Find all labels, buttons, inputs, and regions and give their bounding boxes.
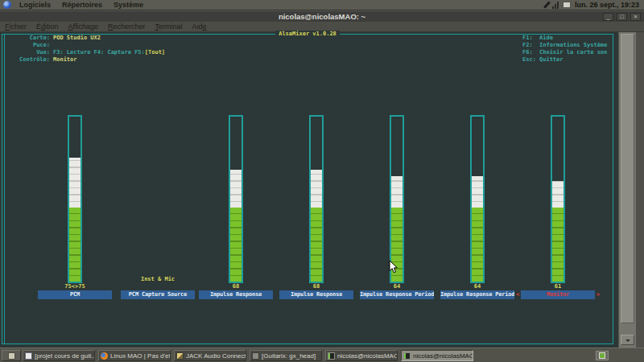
guitarix-icon [252, 352, 259, 360]
terminal-scrollbar[interactable] [618, 32, 636, 348]
card-value: POD Studio UX2 [53, 35, 101, 41]
network-tray-icon[interactable] [563, 2, 571, 8]
mixer-value-pcm-capture-source-1: Inst & Mic [129, 276, 187, 283]
mixer-label-pcm-0[interactable]: PCM [38, 290, 112, 299]
terminal-titlebar[interactable]: nicolas@nicolasMAO: ~ _ □ × [0, 10, 644, 22]
terminal-icon [328, 352, 335, 360]
window-frame [636, 32, 644, 348]
mixer-bar-impulse-response-period-4[interactable] [390, 115, 404, 283]
selected-left-arrow: < [516, 290, 519, 299]
help-text: Aide [539, 35, 553, 41]
signal-strength-icon[interactable] [552, 2, 559, 9]
help-text: Informations Système [539, 42, 607, 48]
mixer-label-impulse-response-period-4[interactable]: Impulse Response Period [360, 290, 434, 299]
desktop-screen: LogicielsRépertoiresSystème lun. 26 sept… [0, 0, 644, 362]
desktop-top-panel: LogicielsRépertoiresSystème lun. 26 sept… [0, 0, 644, 10]
help-line-f2: F2:Informations Système [522, 42, 607, 49]
chip-label: Puce: [0, 42, 50, 49]
bar-fill-white [472, 176, 483, 208]
taskbar-item-label: nicolas@nicolasMAO: ~ [413, 352, 473, 360]
panel-menu-r-pertoires[interactable]: Répertoires [56, 0, 108, 10]
minimize-button[interactable]: _ [603, 13, 613, 21]
view-keys: F3: Lecture F4: Capture F5: [53, 49, 145, 56]
bar-fill-green [311, 208, 322, 282]
control-value: Monitor [53, 56, 77, 63]
taskbar-item-0[interactable]: [projet cours de guit... [23, 350, 95, 361]
control-label: Contrôle: [0, 56, 50, 64]
taskbar: [projet cours de guit...Linux MAO | Pas … [0, 348, 644, 362]
mixer-bar-monitor-6[interactable] [551, 115, 565, 283]
taskbar-tray [596, 351, 609, 360]
close-button[interactable]: × [630, 13, 641, 21]
taskbar-item-label: nicolas@nicolasMAO:... [337, 352, 398, 360]
panel-tray: lun. 26 sept., 19:23 [546, 1, 644, 9]
help-key: F6: [522, 49, 539, 56]
mixer-label-monitor-6[interactable]: Monitor [521, 290, 595, 299]
bar-fill-white [311, 170, 322, 208]
bar-fill-green [472, 208, 483, 282]
help-text: Quitter [539, 56, 564, 63]
pen-tray-icon[interactable] [543, 1, 551, 8]
taskbar-item-3[interactable]: [Guitarix: gx_head] [250, 350, 322, 361]
terminal-menu-aide[interactable]: Aide [187, 22, 211, 32]
terminal-icon [403, 352, 411, 360]
panel-menu-syst-me[interactable]: Système [108, 0, 149, 10]
mixer-label-impulse-response-3[interactable]: Impulse Response [279, 290, 353, 299]
bar-fill-green [69, 208, 80, 282]
terminal-menu-terminal[interactable]: Terminal [150, 22, 187, 32]
jack-icon [176, 352, 184, 360]
window-controls: _ □ × [603, 13, 641, 21]
mixer-bar-impulse-response-3[interactable] [309, 115, 324, 283]
maximize-button[interactable]: □ [617, 13, 627, 21]
taskbar-item-label: [Guitarix: gx_head] [262, 352, 316, 360]
window-title: nicolas@nicolasMAO: ~ [279, 12, 365, 21]
tray-terminal-icon[interactable] [599, 352, 605, 359]
view-label: Vue: [0, 49, 50, 56]
mixer-value-monitor-6: 61 [529, 283, 587, 290]
mixer-help: F1:AideF2:Informations SystèmeF6:Choisir… [522, 35, 607, 64]
clock: lun. 26 sept., 19:23 [575, 1, 639, 9]
terminal-menu-rechercher[interactable]: Rechercher [103, 22, 151, 32]
mixer-bar-impulse-response-period-5[interactable] [470, 115, 485, 283]
mixer-value-impulse-response-2: 68 [207, 283, 265, 290]
mixer-bar-impulse-response-2[interactable] [229, 115, 243, 283]
mixer-label-impulse-response-period-5[interactable]: Impulse Response Period [440, 290, 514, 299]
bar-fill-white [552, 181, 564, 208]
scrollbar-down-button[interactable] [621, 335, 634, 345]
help-key: F2: [522, 42, 539, 49]
help-key: F1: [522, 35, 539, 42]
panel-menu-logiciels[interactable]: Logiciels [14, 0, 56, 10]
document-icon [25, 352, 32, 360]
panel-menus: LogicielsRépertoiresSystème [14, 0, 149, 10]
taskbar-item-5[interactable]: nicolas@nicolasMAO: ~ [401, 350, 473, 361]
taskbar-item-label: Linux MAO | Pas d'eff... [110, 352, 171, 360]
mixer-value-impulse-response-period-5: 64 [448, 283, 506, 290]
help-line-f1: F1:Aide [522, 35, 607, 42]
taskbar-item-1[interactable]: Linux MAO | Pas d'eff... [98, 350, 171, 361]
mixer-value-impulse-response-period-4: 64 [368, 283, 426, 290]
terminal-menu-fichier[interactable]: Fichier [0, 22, 31, 32]
bar-fill-green [552, 208, 564, 282]
help-line-f6: F6:Choisir la carte son [522, 49, 607, 56]
terminal-menu-affichage[interactable]: Affichage [64, 22, 103, 32]
bar-fill-white [230, 170, 242, 208]
view-mode: [Tout] [145, 49, 165, 56]
applications-menu-icon[interactable] [3, 1, 11, 9]
mouse-cursor [389, 260, 398, 274]
scrollbar-thumb[interactable] [621, 34, 634, 323]
mixer-bar-pcm-0[interactable] [68, 115, 82, 283]
show-desktop-button[interactable] [2, 350, 21, 361]
bar-fill-green [230, 208, 242, 282]
mixer-value-impulse-response-3: 68 [287, 283, 345, 290]
card-label: Carte: [0, 35, 50, 42]
help-line-esc: Esc:Quitter [522, 56, 607, 64]
terminal-menu-dition[interactable]: Édition [31, 22, 64, 32]
mixer-label-impulse-response-2[interactable]: Impulse Response [199, 290, 273, 299]
desktop-icon [8, 352, 15, 360]
box-left-double-line [4, 35, 5, 343]
mixer-info: Carte:POD Studio UX2 Puce: Vue:F3: Lectu… [0, 35, 165, 64]
alsamixer-title: AlsaMixer v1.0.28 [275, 31, 340, 37]
mixer-label-pcm-capture-source-1[interactable]: PCM Capture Source [121, 290, 195, 299]
taskbar-item-2[interactable]: JACK Audio Connecti... [174, 350, 246, 361]
taskbar-item-4[interactable]: nicolas@nicolasMAO:... [325, 350, 398, 361]
